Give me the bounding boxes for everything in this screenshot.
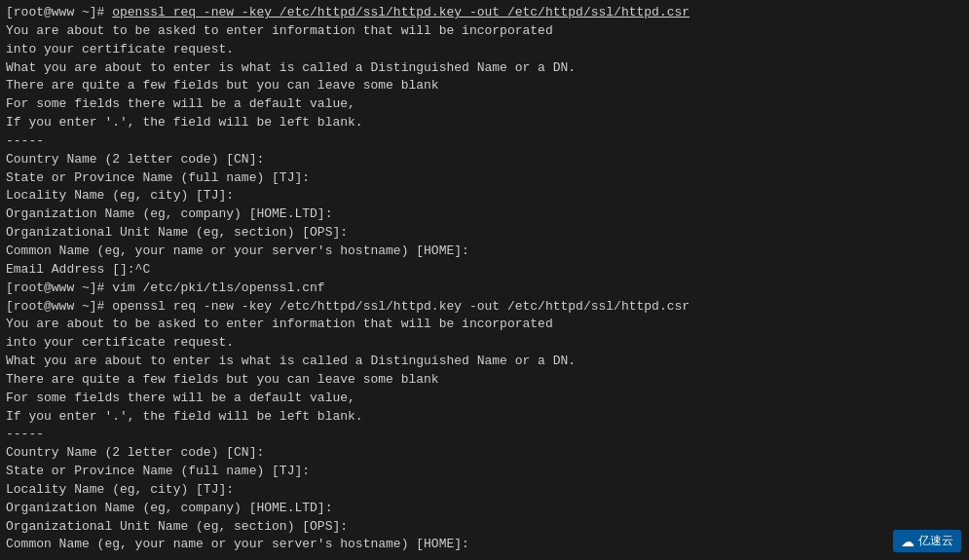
terminal-line: You are about to be asked to enter infor… bbox=[6, 22, 963, 41]
terminal-line: Locality Name (eg, city) [TJ]: bbox=[6, 187, 963, 205]
command-text: openssl req -new -key /etc/httpd/ssl/htt… bbox=[112, 5, 689, 19]
terminal-line: Organizational Unit Name (eg, section) [… bbox=[6, 224, 963, 243]
terminal-line: There are quite a few fields but you can… bbox=[6, 77, 963, 95]
terminal-line: ----- bbox=[6, 132, 963, 151]
terminal-line: State or Province Name (full name) [TJ]: bbox=[6, 169, 963, 188]
terminal-line: [root@www ~]# vim /etc/pki/tls/openssl.c… bbox=[6, 280, 963, 298]
watermark-badge: ☁ 亿速云 bbox=[893, 530, 961, 552]
terminal-line: For some fields there will be a default … bbox=[6, 95, 963, 114]
terminal-line: Common Name (eg, your name or your serve… bbox=[6, 243, 963, 261]
terminal-line: There are quite a few fields but you can… bbox=[6, 371, 963, 390]
terminal-line: Country Name (2 letter code) [CN]: bbox=[6, 151, 963, 169]
terminal-line: For some fields there will be a default … bbox=[6, 390, 963, 408]
terminal-line: Common Name (eg, your name or your serve… bbox=[6, 536, 963, 554]
prompt: [root@www ~]# bbox=[6, 5, 112, 19]
terminal-line: ----- bbox=[6, 426, 963, 444]
terminal-line: What you are about to enter is what is c… bbox=[6, 59, 963, 78]
terminal-line: Organization Name (eg, company) [HOME.LT… bbox=[6, 205, 963, 224]
terminal-line: If you enter '.', the field will be left… bbox=[6, 408, 963, 427]
terminal-line: into your certificate request. bbox=[6, 41, 963, 59]
prompt: [root@www ~]# bbox=[6, 280, 112, 295]
command-text: vim /etc/pki/tls/openssl.cnf bbox=[112, 280, 324, 295]
terminal-line: If you enter '.', the field will be left… bbox=[6, 114, 963, 132]
terminal-line: Email Address []:^C bbox=[6, 261, 963, 280]
terminal-line: Organizational Unit Name (eg, section) [… bbox=[6, 518, 963, 537]
terminal-line: into your certificate request. bbox=[6, 334, 963, 353]
terminal[interactable]: [root@www ~]# openssl req -new -key /etc… bbox=[0, 0, 969, 560]
terminal-line: What you are about to enter is what is c… bbox=[6, 353, 963, 371]
command-text: openssl req -new -key /etc/httpd/ssl/htt… bbox=[112, 299, 689, 314]
cloud-icon: ☁ bbox=[901, 534, 914, 549]
terminal-line: [root@www ~]# openssl req -new -key /etc… bbox=[6, 4, 963, 22]
terminal-line: State or Province Name (full name) [TJ]: bbox=[6, 463, 963, 481]
watermark-text: 亿速云 bbox=[918, 533, 953, 549]
terminal-line: Organization Name (eg, company) [HOME.LT… bbox=[6, 500, 963, 518]
terminal-line: Locality Name (eg, city) [TJ]: bbox=[6, 481, 963, 500]
terminal-line: You are about to be asked to enter infor… bbox=[6, 316, 963, 334]
terminal-line: [root@www ~]# openssl req -new -key /etc… bbox=[6, 298, 963, 317]
terminal-line: Country Name (2 letter code) [CN]: bbox=[6, 444, 963, 463]
prompt: [root@www ~]# bbox=[6, 299, 112, 314]
